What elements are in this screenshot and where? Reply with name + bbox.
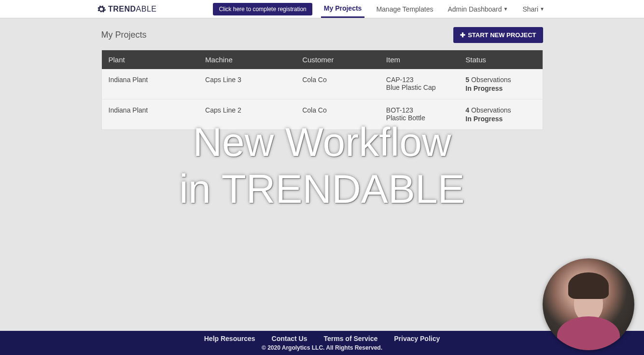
plus-icon: ✚ [460,31,465,39]
obs-line: 5 Observations [465,76,535,84]
cell-status: 4 Observations In Progress [459,99,543,130]
footer-contact[interactable]: Contact Us [272,335,308,342]
footer-links: Help Resources Contact Us Terms of Servi… [0,335,644,342]
table-header-row: Plant Machine Customer Item Status [101,50,543,70]
chevron-down-icon: ▼ [540,6,545,12]
chevron-down-icon: ▼ [504,6,508,12]
table-row[interactable]: Indiana Plant Caps Line 2 Cola Co BOT-12… [101,99,543,130]
col-item: Item [379,50,459,70]
status-text: In Progress [465,115,535,123]
projects-table: Plant Machine Customer Item Status India… [101,50,543,130]
main-container: My Projects ✚ START NEW PROJECT Plant Ma… [101,27,543,130]
nav-links: Click here to complete registration My P… [213,0,547,18]
nav-admin-label: Admin Dashboard [448,5,502,13]
overlay-title: New Workflow in TRENDABLE [0,119,644,212]
presenter-avatar [543,258,634,350]
logo-text-light: ABLE [136,5,157,14]
nav-manage-templates[interactable]: Manage Templates [373,0,436,18]
footer-copyright: © 2020 Argolytics LLC. All Rights Reserv… [0,344,644,351]
col-customer: Customer [295,50,379,70]
complete-registration-button[interactable]: Click here to complete registration [213,3,312,15]
top-navbar: TRENDABLE Click here to complete registr… [0,0,644,18]
cell-item: BOT-123 Plastic Bottle [379,99,459,130]
start-btn-label: START NEW PROJECT [468,31,536,39]
logo[interactable]: TRENDABLE [97,4,157,14]
col-machine: Machine [198,50,295,70]
cell-customer: Cola Co [295,69,379,99]
cell-machine: Caps Line 2 [198,99,295,130]
logo-text-bold: TREND [108,5,136,14]
page-title: My Projects [101,30,147,40]
item-code: BOT-123 [386,106,452,114]
footer-privacy[interactable]: Privacy Policy [394,335,440,342]
cell-plant: Indiana Plant [101,99,198,130]
footer-help[interactable]: Help Resources [204,335,255,342]
overlay-line2: in TRENDABLE [0,166,644,213]
col-plant: Plant [101,50,198,70]
item-name: Blue Plastic Cap [386,84,452,91]
cell-item: CAP-123 Blue Plastic Cap [379,69,459,99]
nav-my-projects[interactable]: My Projects [321,0,365,18]
nav-user-menu[interactable]: Shari ▼ [519,0,547,18]
item-name: Plastic Bottle [386,114,452,122]
footer: Help Resources Contact Us Terms of Servi… [0,331,644,355]
item-code: CAP-123 [386,76,452,84]
nav-user-label: Shari [522,5,538,13]
footer-terms[interactable]: Terms of Service [323,335,378,342]
cell-plant: Indiana Plant [101,69,198,99]
gear-icon [97,4,106,14]
col-status: Status [459,50,543,70]
status-text: In Progress [465,85,535,92]
table-row[interactable]: Indiana Plant Caps Line 3 Cola Co CAP-12… [101,69,543,99]
start-new-project-button[interactable]: ✚ START NEW PROJECT [453,27,543,43]
cell-machine: Caps Line 3 [198,69,295,99]
nav-admin-dashboard[interactable]: Admin Dashboard ▼ [445,0,511,18]
title-row: My Projects ✚ START NEW PROJECT [101,27,543,43]
cell-customer: Cola Co [295,99,379,130]
obs-line: 4 Observations [465,106,535,114]
cell-status: 5 Observations In Progress [459,69,543,99]
